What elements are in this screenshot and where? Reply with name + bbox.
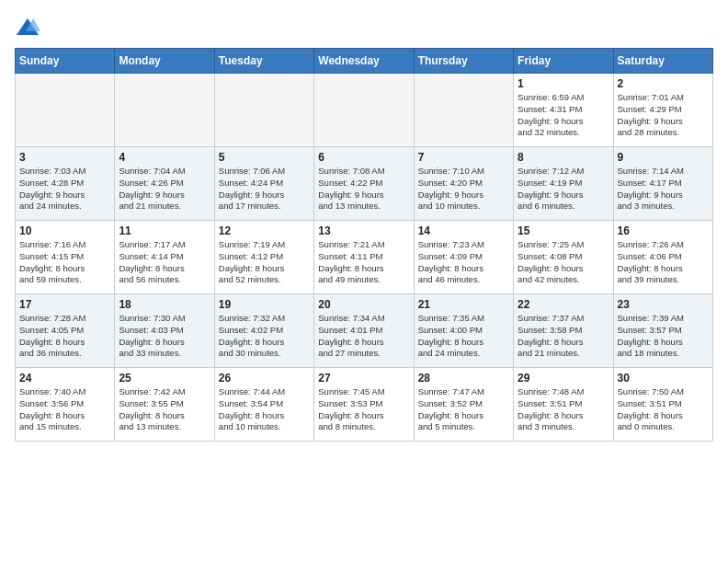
day-cell: 14Sunrise: 7:23 AM Sunset: 4:09 PM Dayli… <box>414 221 513 294</box>
day-cell: 23Sunrise: 7:39 AM Sunset: 3:57 PM Dayli… <box>613 294 712 368</box>
day-info: Sunrise: 7:50 AM Sunset: 3:51 PM Dayligh… <box>618 386 709 433</box>
day-cell: 4Sunrise: 7:04 AM Sunset: 4:26 PM Daylig… <box>115 147 214 221</box>
day-info: Sunrise: 7:32 AM Sunset: 4:02 PM Dayligh… <box>219 313 310 360</box>
day-cell: 1Sunrise: 6:59 AM Sunset: 4:31 PM Daylig… <box>514 74 613 147</box>
day-info: Sunrise: 7:21 AM Sunset: 4:11 PM Dayligh… <box>318 239 409 286</box>
day-info: Sunrise: 7:17 AM Sunset: 4:14 PM Dayligh… <box>119 239 210 286</box>
day-cell: 30Sunrise: 7:50 AM Sunset: 3:51 PM Dayli… <box>613 368 712 442</box>
day-header-friday: Friday <box>514 49 613 74</box>
day-info: Sunrise: 7:25 AM Sunset: 4:08 PM Dayligh… <box>518 239 609 286</box>
day-number: 14 <box>418 224 509 237</box>
day-number: 17 <box>19 298 110 311</box>
day-number: 21 <box>418 298 509 311</box>
day-cell: 12Sunrise: 7:19 AM Sunset: 4:12 PM Dayli… <box>214 221 313 294</box>
week-row-1: 3Sunrise: 7:03 AM Sunset: 4:28 PM Daylig… <box>16 147 713 221</box>
header-row: SundayMondayTuesdayWednesdayThursdayFrid… <box>16 49 713 74</box>
day-cell: 6Sunrise: 7:08 AM Sunset: 4:22 PM Daylig… <box>314 147 414 221</box>
day-number: 16 <box>618 224 709 237</box>
day-number: 7 <box>418 151 509 164</box>
calendar-table: SundayMondayTuesdayWednesdayThursdayFrid… <box>15 48 713 442</box>
day-info: Sunrise: 7:01 AM Sunset: 4:29 PM Dayligh… <box>618 92 709 139</box>
day-cell: 5Sunrise: 7:06 AM Sunset: 4:24 PM Daylig… <box>214 147 313 221</box>
day-number: 30 <box>618 372 709 385</box>
day-number: 6 <box>318 151 409 164</box>
day-info: Sunrise: 7:47 AM Sunset: 3:52 PM Dayligh… <box>418 386 509 433</box>
day-info: Sunrise: 6:59 AM Sunset: 4:31 PM Dayligh… <box>518 92 609 139</box>
day-number: 8 <box>518 151 609 164</box>
day-info: Sunrise: 7:03 AM Sunset: 4:28 PM Dayligh… <box>19 166 110 213</box>
day-number: 18 <box>119 298 210 311</box>
day-cell: 19Sunrise: 7:32 AM Sunset: 4:02 PM Dayli… <box>214 294 313 368</box>
day-number: 4 <box>119 151 210 164</box>
day-header-sunday: Sunday <box>16 49 115 74</box>
day-info: Sunrise: 7:40 AM Sunset: 3:56 PM Dayligh… <box>19 386 110 433</box>
day-header-saturday: Saturday <box>613 49 712 74</box>
day-number: 24 <box>19 372 110 385</box>
day-info: Sunrise: 7:42 AM Sunset: 3:55 PM Dayligh… <box>119 386 210 433</box>
day-cell: 29Sunrise: 7:48 AM Sunset: 3:51 PM Dayli… <box>514 368 613 442</box>
day-number: 19 <box>219 298 310 311</box>
day-cell <box>314 74 414 147</box>
day-cell: 22Sunrise: 7:37 AM Sunset: 3:58 PM Dayli… <box>514 294 613 368</box>
day-cell <box>16 74 115 147</box>
day-info: Sunrise: 7:37 AM Sunset: 3:58 PM Dayligh… <box>518 313 609 360</box>
day-number: 15 <box>518 224 609 237</box>
day-info: Sunrise: 7:45 AM Sunset: 3:53 PM Dayligh… <box>318 386 409 433</box>
day-info: Sunrise: 7:44 AM Sunset: 3:54 PM Dayligh… <box>219 386 310 433</box>
day-info: Sunrise: 7:12 AM Sunset: 4:19 PM Dayligh… <box>518 166 609 213</box>
day-info: Sunrise: 7:30 AM Sunset: 4:03 PM Dayligh… <box>119 313 210 360</box>
day-number: 9 <box>618 151 709 164</box>
calendar-header: SundayMondayTuesdayWednesdayThursdayFrid… <box>16 49 713 74</box>
day-info: Sunrise: 7:08 AM Sunset: 4:22 PM Dayligh… <box>318 166 409 213</box>
day-info: Sunrise: 7:34 AM Sunset: 4:01 PM Dayligh… <box>318 313 409 360</box>
day-number: 13 <box>318 224 409 237</box>
day-info: Sunrise: 7:19 AM Sunset: 4:12 PM Dayligh… <box>219 239 310 286</box>
day-cell: 20Sunrise: 7:34 AM Sunset: 4:01 PM Dayli… <box>314 294 414 368</box>
day-cell: 26Sunrise: 7:44 AM Sunset: 3:54 PM Dayli… <box>214 368 313 442</box>
day-info: Sunrise: 7:35 AM Sunset: 4:00 PM Dayligh… <box>418 313 509 360</box>
day-cell <box>414 74 513 147</box>
day-cell: 13Sunrise: 7:21 AM Sunset: 4:11 PM Dayli… <box>314 221 414 294</box>
logo-icon <box>15 15 40 40</box>
day-number: 22 <box>518 298 609 311</box>
day-number: 3 <box>19 151 110 164</box>
day-info: Sunrise: 7:26 AM Sunset: 4:06 PM Dayligh… <box>618 239 709 286</box>
day-number: 26 <box>219 372 310 385</box>
logo <box>15 15 44 40</box>
day-header-wednesday: Wednesday <box>314 49 414 74</box>
day-cell: 17Sunrise: 7:28 AM Sunset: 4:05 PM Dayli… <box>16 294 115 368</box>
day-number: 23 <box>618 298 709 311</box>
day-cell: 8Sunrise: 7:12 AM Sunset: 4:19 PM Daylig… <box>514 147 613 221</box>
day-info: Sunrise: 7:23 AM Sunset: 4:09 PM Dayligh… <box>418 239 509 286</box>
day-number: 11 <box>119 224 210 237</box>
day-cell <box>115 74 214 147</box>
day-header-tuesday: Tuesday <box>214 49 313 74</box>
day-cell: 25Sunrise: 7:42 AM Sunset: 3:55 PM Dayli… <box>115 368 214 442</box>
header <box>15 15 713 40</box>
day-number: 10 <box>19 224 110 237</box>
day-cell: 24Sunrise: 7:40 AM Sunset: 3:56 PM Dayli… <box>16 368 115 442</box>
day-cell: 9Sunrise: 7:14 AM Sunset: 4:17 PM Daylig… <box>613 147 712 221</box>
week-row-4: 24Sunrise: 7:40 AM Sunset: 3:56 PM Dayli… <box>16 368 713 442</box>
day-cell: 21Sunrise: 7:35 AM Sunset: 4:00 PM Dayli… <box>414 294 513 368</box>
day-info: Sunrise: 7:39 AM Sunset: 3:57 PM Dayligh… <box>618 313 709 360</box>
day-cell: 7Sunrise: 7:10 AM Sunset: 4:20 PM Daylig… <box>414 147 513 221</box>
day-header-monday: Monday <box>115 49 214 74</box>
day-cell <box>214 74 313 147</box>
week-row-2: 10Sunrise: 7:16 AM Sunset: 4:15 PM Dayli… <box>16 221 713 294</box>
day-info: Sunrise: 7:04 AM Sunset: 4:26 PM Dayligh… <box>119 166 210 213</box>
day-info: Sunrise: 7:10 AM Sunset: 4:20 PM Dayligh… <box>418 166 509 213</box>
day-number: 1 <box>518 77 609 90</box>
day-number: 29 <box>518 372 609 385</box>
day-number: 25 <box>119 372 210 385</box>
day-cell: 18Sunrise: 7:30 AM Sunset: 4:03 PM Dayli… <box>115 294 214 368</box>
day-number: 27 <box>318 372 409 385</box>
day-number: 2 <box>618 77 709 90</box>
day-cell: 11Sunrise: 7:17 AM Sunset: 4:14 PM Dayli… <box>115 221 214 294</box>
day-header-thursday: Thursday <box>414 49 513 74</box>
calendar-body: 1Sunrise: 6:59 AM Sunset: 4:31 PM Daylig… <box>16 74 713 442</box>
day-number: 28 <box>418 372 509 385</box>
day-cell: 28Sunrise: 7:47 AM Sunset: 3:52 PM Dayli… <box>414 368 513 442</box>
day-cell: 3Sunrise: 7:03 AM Sunset: 4:28 PM Daylig… <box>16 147 115 221</box>
day-number: 5 <box>219 151 310 164</box>
